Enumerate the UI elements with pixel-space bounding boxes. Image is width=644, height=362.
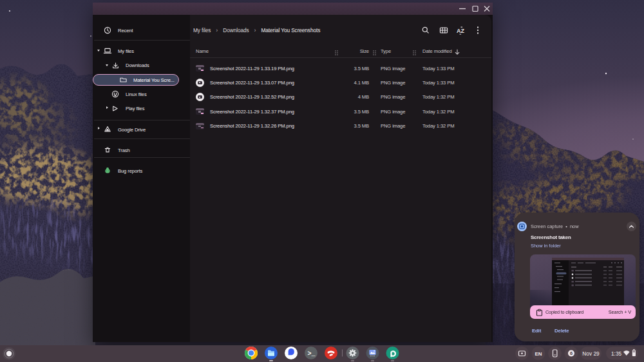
svg-text:EN: EN <box>535 351 542 357</box>
svg-text:>_: >_ <box>307 350 316 357</box>
svg-text:6: 6 <box>570 350 573 356</box>
svg-text:1:35: 1:35 <box>611 350 622 357</box>
svg-text:Nov 29: Nov 29 <box>582 350 600 357</box>
svg-text:AZ: AZ <box>457 28 464 34</box>
